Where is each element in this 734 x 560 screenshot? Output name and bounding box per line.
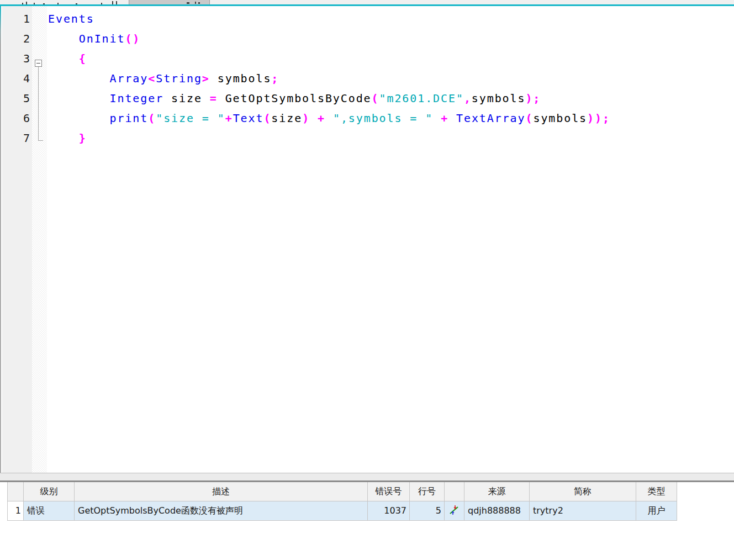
error-table-body: 1错误GetOptSymbolsByCode函数没有被声明10375 qdjh8… [7,501,677,521]
code-line[interactable]: Events [48,9,610,29]
cell-source[interactable]: qdjh888888 [464,501,530,520]
code-line[interactable]: OnInit() [48,29,610,49]
code-segment-pl: symbols [210,72,272,85]
error-table-header: 级别描述错误号行号来源简称类型 [7,482,677,501]
line-number: 2 [2,29,31,49]
code-segment-pl [48,32,79,45]
line-number: 3 [2,49,31,68]
code-segment-pl [433,112,441,125]
code-segment-op: , [464,92,472,105]
column-header-error-code[interactable]: 错误号 [368,482,410,501]
code-segment-kw: print [110,112,149,125]
code-segment-kw: Array [110,72,149,85]
line-number: 1 [2,9,31,29]
code-segment-kw: Text [233,112,264,125]
cell-icon[interactable] [445,501,464,520]
code-line[interactable]: { [48,49,610,68]
code-segment-op: + [225,112,233,125]
column-header-line-number[interactable]: 行号 [410,482,445,501]
fold-margin [32,6,47,473]
code-segment-str: ",symbols = " [333,112,433,125]
code-segment-pl [48,131,79,145]
cell-short-name[interactable]: trytry2 [530,501,636,520]
line-number: 5 [2,88,31,108]
code-segment-op: () [125,32,140,45]
cell-error-code[interactable]: 1037 [368,501,410,520]
code-segment-op: + [441,112,448,125]
code-segment-kw: TextArray [456,112,525,125]
code-segment-pl [48,92,110,105]
line-number: 7 [2,128,31,148]
code-line[interactable]: Array<String> symbols; [48,68,610,88]
code-segment-op: > [202,72,210,85]
code-segment-op: ) [302,112,310,125]
code-segment-op: = [210,92,218,105]
column-header-description[interactable]: 描述 [75,482,368,501]
cell-description[interactable]: GetOptSymbolsByCode函数没有被声明 [75,501,368,520]
code-segment-kw: Events [48,12,94,25]
code-segment-pl: symbols [533,112,587,125]
column-header-type[interactable]: 类型 [636,482,677,501]
code-segment-kw: OnInit [79,32,125,45]
fold-guide-line [38,67,39,140]
fold-collapse-icon[interactable] [35,60,42,67]
clipped-glyph [195,2,196,4]
code-segment-kw: String [156,72,202,85]
code-segment-op: + [318,112,325,125]
column-header-source[interactable]: 来源 [464,482,530,501]
code-lines: Events OnInit() { Array<String> symbols;… [48,9,610,148]
column-header-level[interactable]: 级别 [24,482,75,501]
code-segment-str: "size = " [156,112,225,125]
clipped-glyph [187,2,189,4]
clipped-glyph [198,2,200,4]
code-segment-str: "m2601.DCE" [379,92,464,105]
code-line[interactable]: Integer size = GetOptSymbolsByCode("m260… [48,88,610,108]
error-table: 级别描述错误号行号来源简称类型 1错误GetOptSymbolsByCode函数… [7,482,677,521]
line-number: 4 [2,68,31,88]
code-segment-pl: size [271,112,302,125]
line-numbers: 1234567 [2,9,31,148]
cell-row-index[interactable]: 1 [8,501,24,520]
code-segment-pl: GetOptSymbolsByCode [218,92,372,105]
code-segment-pl [325,112,333,125]
cell-type[interactable]: 用户 [636,501,677,520]
code-segment-pl: symbols [472,92,526,105]
fold-guide-end [38,140,43,141]
code-segment-pl [48,72,110,85]
cell-level[interactable]: 错误 [24,501,75,520]
code-segment-kw: Integer [110,92,164,105]
cell-line-number[interactable]: 5 [410,501,445,520]
trend-icon [449,505,460,516]
code-segment-pl [48,52,79,65]
code-segment-op: ( [526,112,534,125]
code-segment-op: ( [148,112,156,125]
code-segment-op: ( [372,92,379,105]
code-editor[interactable]: 1234567 Events OnInit() { Array<String> … [1,6,734,473]
code-line[interactable]: print("size = "+Text(size) + ",symbols =… [48,108,610,128]
code-segment-op: } [79,131,87,145]
app-window: { "colors": { "accent": "#16b6c8", "keyw… [0,0,734,560]
code-segment-pl: size [163,92,210,105]
line-number: 6 [2,108,31,128]
code-segment-pl [310,112,318,125]
code-segment-op: )); [587,112,610,125]
code-segment-op: ; [271,72,279,85]
column-header-row-index[interactable] [8,482,24,501]
column-header-short-name[interactable]: 简称 [530,482,636,501]
column-header-icon[interactable] [445,482,464,501]
code-segment-op: { [79,52,87,65]
code-line[interactable]: } [48,128,610,148]
code-segment-pl [48,112,110,125]
code-segment-op: ); [525,92,541,105]
panel-splitter[interactable] [0,473,734,480]
code-segment-op: ( [263,112,271,125]
code-segment-op: < [148,72,156,85]
code-segment-pl [448,112,456,125]
error-table-row[interactable]: 1错误GetOptSymbolsByCode函数没有被声明10375 qdjh8… [7,501,677,521]
